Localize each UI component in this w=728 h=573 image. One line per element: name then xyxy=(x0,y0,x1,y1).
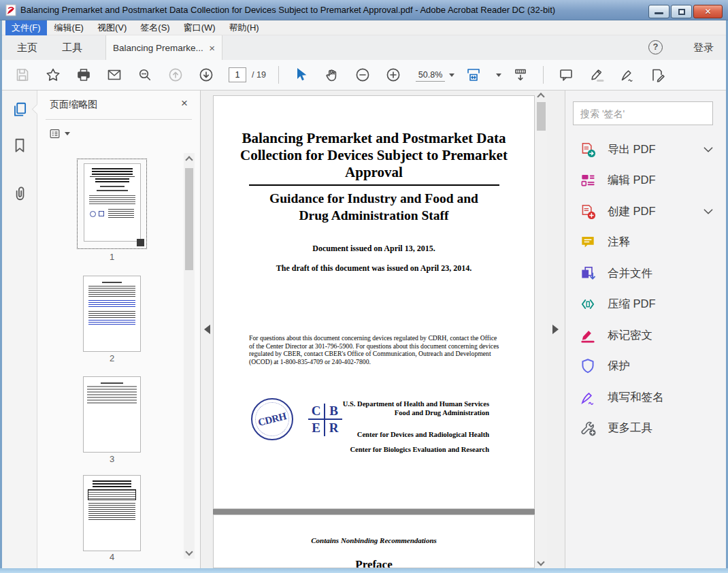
previous-view-arrow[interactable] xyxy=(204,325,210,334)
tab-close-icon[interactable]: × xyxy=(209,42,215,54)
tab-home[interactable]: 主页 xyxy=(17,35,37,60)
tool-edit-pdf[interactable]: 编辑 PDF xyxy=(565,165,726,197)
thumbnail-page-3[interactable] xyxy=(83,376,141,453)
tab-document[interactable]: Balancing Premarke... × xyxy=(105,35,222,60)
page-separator xyxy=(213,509,535,514)
tool-protect[interactable]: 保护 xyxy=(565,351,726,382)
menu-sign[interactable]: 签名(S) xyxy=(134,20,176,35)
scroll-up-icon[interactable] xyxy=(185,156,193,163)
search-input[interactable] xyxy=(573,101,713,125)
previous-page-icon[interactable] xyxy=(167,67,184,83)
main-toolbar: / 19 50.8% xyxy=(2,60,726,91)
thumbnail-page-1[interactable] xyxy=(77,159,147,249)
search-icon[interactable] xyxy=(137,67,153,83)
next-page-icon[interactable] xyxy=(198,67,214,83)
zoom-out-icon[interactable] xyxy=(354,67,371,83)
toolbar-divider xyxy=(278,66,279,84)
document-tab-label: Balancing Premarke... xyxy=(113,43,205,53)
hand-tool-icon[interactable] xyxy=(324,67,340,83)
menu-help[interactable]: 帮助(H) xyxy=(223,20,265,35)
help-icon[interactable]: ? xyxy=(648,40,663,54)
thumbnail-preview-1 xyxy=(84,163,141,242)
close-button[interactable]: ✕ xyxy=(693,5,723,18)
highlight-tool-icon[interactable] xyxy=(589,67,605,83)
scroll-down-icon[interactable] xyxy=(185,548,193,555)
page-thumbnails-icon[interactable] xyxy=(11,101,29,118)
attachments-icon[interactable] xyxy=(11,184,29,202)
thumbnail-options-button[interactable] xyxy=(48,127,70,140)
signature-request-icon[interactable] xyxy=(650,67,666,83)
tool-more-tools[interactable]: 更多工具 xyxy=(565,413,726,444)
fit-width-icon[interactable] xyxy=(465,67,482,83)
tool-redact[interactable]: 标记密文 xyxy=(565,320,726,351)
tool-fill-sign[interactable]: 填写和签名 xyxy=(565,382,726,413)
tool-create-pdf[interactable]: 创建 PDF xyxy=(565,196,726,227)
zoom-level-value[interactable]: 50.8% xyxy=(416,69,445,82)
fit-dropdown-icon[interactable] xyxy=(496,73,501,77)
thumbnail-page-4[interactable] xyxy=(83,475,141,551)
acrobat-window: Balancing Premarket and Postmarket Data … xyxy=(0,0,728,573)
chevron-down-icon[interactable] xyxy=(703,206,714,218)
tab-tools[interactable]: 工具 xyxy=(62,35,82,60)
bookmarks-icon[interactable] xyxy=(11,137,29,154)
minimize-button[interactable] xyxy=(648,5,669,18)
menu-view[interactable]: 视图(V) xyxy=(91,20,133,35)
menu-window[interactable]: 窗口(W) xyxy=(178,20,222,35)
tool-label: 创建 PDF xyxy=(608,204,703,219)
thumbnail-resize-handle[interactable] xyxy=(137,239,144,246)
fill-sign-icon xyxy=(579,389,597,406)
document-view: Balancing Premarket and Postmarket Data … xyxy=(201,91,565,568)
menu-edit[interactable]: 编辑(E) xyxy=(48,20,90,35)
close-icon: ✕ xyxy=(694,7,722,16)
divider xyxy=(46,119,192,120)
scrollbar-thumb[interactable] xyxy=(185,168,193,270)
save-icon[interactable] xyxy=(14,67,31,83)
tool-combine-files[interactable]: 合并文件 xyxy=(565,258,726,289)
thumbnails-scrollbar[interactable] xyxy=(184,153,195,559)
scroll-up-icon[interactable] xyxy=(537,93,544,100)
sign-tool-icon[interactable] xyxy=(619,67,635,83)
restore-button[interactable] xyxy=(671,5,692,18)
panel-title: 页面缩略图 xyxy=(50,99,97,111)
menu-file[interactable]: 文件(F) xyxy=(5,20,47,35)
select-tool-icon[interactable] xyxy=(293,67,310,83)
tool-label: 注释 xyxy=(608,235,714,250)
protect-icon xyxy=(579,357,597,375)
tools-panel: 导出 PDF 编辑 PDF xyxy=(565,91,726,568)
scrollbar-thumb[interactable] xyxy=(537,102,546,131)
pdf-page-2: Contains Nonbinding Recommendations Pref… xyxy=(213,514,535,568)
tool-export-pdf[interactable]: 导出 PDF xyxy=(565,134,726,165)
contact-paragraph: For questions about this document concer… xyxy=(249,334,499,366)
comment-icon xyxy=(579,233,597,251)
panel-close-icon[interactable]: × xyxy=(181,97,188,110)
next-view-arrow[interactable] xyxy=(552,325,559,334)
email-icon[interactable] xyxy=(106,67,122,83)
nonbinding-header: Contains Nonbinding Recommendations xyxy=(214,536,534,544)
tool-label: 更多工具 xyxy=(608,421,714,436)
sign-in-button[interactable]: 登录 xyxy=(693,35,714,60)
title-rule xyxy=(249,184,499,186)
thumbnail-page-2[interactable] xyxy=(83,276,141,352)
star-icon[interactable] xyxy=(45,67,61,83)
scroll-down-icon[interactable] xyxy=(537,558,544,566)
page-number-input[interactable] xyxy=(229,67,246,82)
chevron-down-icon[interactable] xyxy=(703,144,714,156)
document-scrollbar[interactable] xyxy=(535,91,547,568)
zoom-in-icon[interactable] xyxy=(385,67,401,83)
tool-label: 保护 xyxy=(608,359,714,374)
content-area: 页面缩略图 × 1 xyxy=(2,91,726,568)
print-icon[interactable] xyxy=(76,67,92,83)
chevron-down-icon xyxy=(65,132,70,135)
tab-bar: 主页 工具 Balancing Premarke... × ? 登录 xyxy=(2,35,726,60)
comment-tool-icon[interactable] xyxy=(558,67,574,83)
zoom-dropdown-icon[interactable] xyxy=(449,73,454,77)
document-title: Balancing Premarket and Postmarket Data … xyxy=(214,130,534,181)
tool-label: 合并文件 xyxy=(608,266,714,281)
tool-label: 压缩 PDF xyxy=(608,297,714,312)
menu-bar: 文件(F) 编辑(E) 视图(V) 签名(S) 窗口(W) 帮助(H) xyxy=(2,20,726,35)
tool-comment[interactable]: 注释 xyxy=(565,227,726,259)
title-bar: Balancing Premarket and Postmarket Data … xyxy=(0,0,728,20)
scroll-mode-icon[interactable] xyxy=(512,67,529,83)
tool-label: 标记密文 xyxy=(608,328,714,343)
tool-compress-pdf[interactable]: 压缩 PDF xyxy=(565,289,726,321)
